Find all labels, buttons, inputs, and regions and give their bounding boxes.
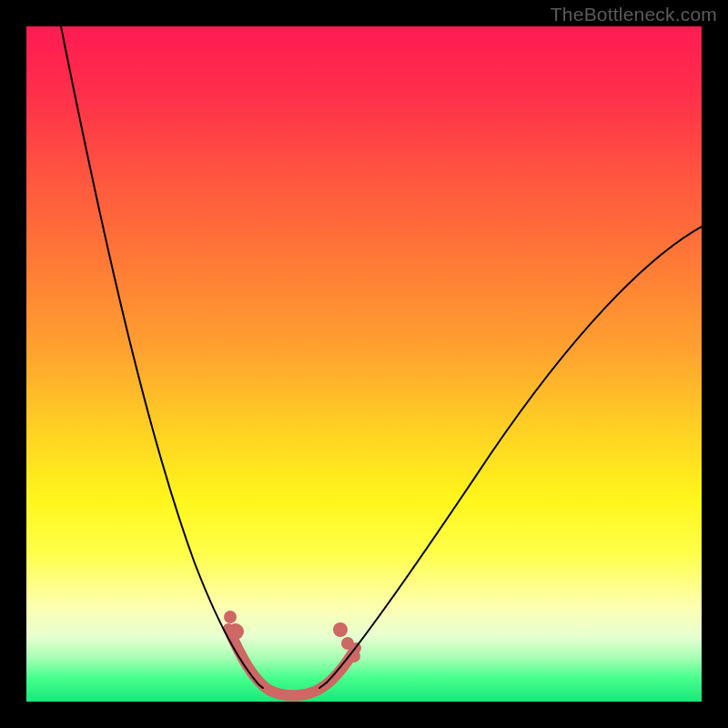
pink-dot xyxy=(224,611,237,623)
pink-dot xyxy=(228,623,244,640)
valley-left-curve xyxy=(61,26,263,688)
pink-dot xyxy=(333,622,348,637)
valley-right-curve xyxy=(319,227,702,688)
pink-band xyxy=(228,629,356,695)
pink-dot xyxy=(341,637,354,650)
plot-frame xyxy=(26,26,702,702)
curves-layer xyxy=(26,26,702,702)
watermark-text: TheBottleneck.com xyxy=(551,4,717,25)
